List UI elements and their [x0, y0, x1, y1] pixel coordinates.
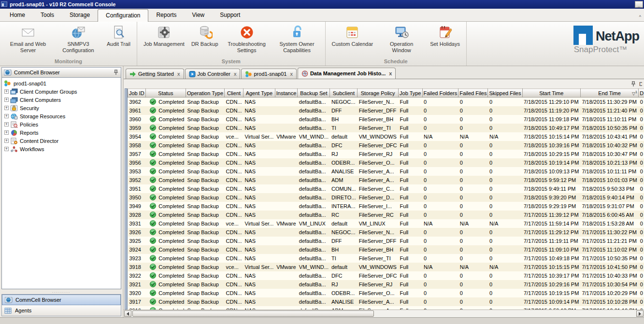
table-row[interactable]: 3926CompletedSnap BackupCDN...NASdefault…	[128, 228, 644, 237]
column-header-subclient[interactable]: Subclient	[330, 89, 358, 98]
minimize-button[interactable]: _	[635, 1, 643, 8]
column-header-failed-folders[interactable]: Failed Folders	[422, 89, 458, 98]
tree-item-storage-resources[interactable]: +Storage Resources	[3, 112, 121, 120]
cell: NAS	[243, 150, 275, 158]
column-header-start-time[interactable]: Start Time	[522, 89, 580, 98]
column-header-job-type[interactable]: Job Type	[399, 89, 422, 98]
expand-plus-icon[interactable]: +	[4, 130, 9, 135]
table-row[interactable]: 3953CompletedSnap BackupCDN...NASdefault…	[128, 167, 644, 176]
table-row[interactable]: 3918CompletedSnap Backupvce...Virtual Se…	[128, 263, 644, 271]
column-header-client[interactable]: Client	[225, 89, 243, 98]
ribbon-button-email-and-web-server[interactable]: Email and Web Server	[3, 23, 53, 54]
scroll-right-icon[interactable]	[636, 310, 644, 317]
column-header-end-time[interactable]: End Time▽1	[580, 89, 638, 98]
scrollbar-thumb[interactable]	[132, 310, 374, 317]
menu-item-reports[interactable]: Reports	[148, 9, 184, 21]
ribbon-button-operation-window[interactable]: Operation Window	[376, 23, 427, 54]
scroll-left-icon[interactable]	[124, 310, 131, 317]
table-row[interactable]: 3962CompletedSnap BackupCDN...NASdefault…	[128, 98, 644, 106]
table-row[interactable]: 3924CompletedSnap BackupCDN...NASdefault…	[128, 245, 644, 254]
column-header-skipped-files[interactable]: Skipped Files	[488, 89, 522, 98]
expand-plus-icon[interactable]: +	[4, 139, 9, 143]
table-row[interactable]: 3952CompletedSnap BackupCDN...NASdefault…	[128, 176, 644, 184]
table-row[interactable]: 3922CompletedSnap BackupCDN...NASdefault…	[128, 271, 644, 280]
tree-item-workflows[interactable]: +Workflows	[3, 145, 121, 153]
tab-prod1-snap01[interactable]: prod1-snap01x	[241, 69, 296, 79]
tree-item-security[interactable]: +Security	[3, 104, 121, 112]
tab-close-icon[interactable]: x	[290, 71, 293, 77]
column-header-status[interactable]: Status	[145, 89, 186, 98]
ribbon-button-audit-trail[interactable]: Audit Trail	[103, 23, 134, 47]
sidebar-splitter[interactable]: .........	[1, 289, 121, 294]
tree-item-label: prod1-snap01	[14, 81, 46, 86]
tree-item-reports[interactable]: +Reports	[3, 128, 121, 137]
ribbon-button-troubleshooting-settings[interactable]: Troubleshooting Settings	[222, 23, 272, 54]
ribbon-collapse-icon[interactable]: ^	[639, 14, 641, 19]
expand-plus-icon[interactable]: +	[4, 147, 9, 151]
column-header-backup-set[interactable]: Backup Set	[298, 89, 330, 98]
table-row[interactable]: 3961CompletedSnap BackupCDN...NASdefault…	[128, 106, 644, 115]
table-row[interactable]: 3958CompletedSnap BackupCDN...NASdefault…	[128, 141, 644, 150]
ribbon-button-custom-calendar[interactable]: Custom Calendar	[329, 23, 377, 47]
tab-close-icon[interactable]: x	[177, 71, 180, 77]
table-row[interactable]: 3917CompletedSnap BackupCDN...NASdefault…	[128, 297, 644, 306]
table-row[interactable]: 3951CompletedSnap BackupCDN...NASdefault…	[128, 184, 644, 193]
cell: Snap Backup	[186, 132, 225, 141]
sort-filter-icon[interactable]: ▽1	[632, 90, 637, 96]
table-row[interactable]: 3928CompletedSnap BackupCDN...NASdefault…	[128, 211, 644, 219]
table-row[interactable]: 3957CompletedSnap BackupCDN...NASdefault…	[128, 150, 644, 158]
menu-item-storage[interactable]: Storage	[62, 9, 98, 21]
tree-item-policies[interactable]: +Policies	[3, 120, 121, 128]
table-row[interactable]: 3950CompletedSnap BackupCDN...NASdefault…	[128, 193, 644, 202]
expand-plus-icon[interactable]: +	[4, 114, 9, 118]
ribbon-button-dr-backup[interactable]: DR Backup	[188, 23, 222, 47]
pin-icon[interactable]	[113, 70, 119, 75]
ribbon-button-system-owner-capabilities[interactable]: System Owner Capabilities	[272, 23, 322, 54]
expand-plus-icon[interactable]: +	[4, 122, 9, 127]
table-row[interactable]: 3925CompletedSnap BackupCDN...NASdefault…	[128, 237, 644, 245]
horizontal-scrollbar[interactable]	[124, 310, 644, 317]
column-header-failed-files[interactable]: Failed Files	[458, 89, 488, 98]
table-row[interactable]: 3931CompletedSnap Backupvce...Virtual Se…	[128, 219, 644, 228]
tab-getting-started[interactable]: Getting Startedx	[126, 69, 184, 79]
menu-item-configuration[interactable]: Configuration	[98, 9, 148, 22]
tree-item-content-director[interactable]: +Content Director	[3, 137, 121, 145]
table-row[interactable]: 3949CompletedSnap BackupCDN...NASdefault…	[128, 202, 644, 211]
tree-item-client-computer-groups[interactable]: +Client Computer Groups	[3, 87, 121, 96]
column-header-operation-type[interactable]: Operation Type	[186, 89, 225, 98]
pin-icon[interactable]	[630, 81, 636, 87]
table-row[interactable]: 3954CompletedSnap Backupvce...Virtual Se…	[128, 132, 644, 141]
table-row[interactable]: 3960CompletedSnap BackupCDN...NASdefault…	[128, 115, 644, 124]
sidebar-nav-agents[interactable]: Agents	[2, 305, 121, 316]
table-row[interactable]: 3916CompletedSnap BackupCDN...NASdefault…	[128, 306, 644, 310]
tab-close-icon[interactable]: x	[234, 71, 237, 77]
table-row[interactable]: 3956CompletedSnap BackupCDN...NASdefault…	[128, 158, 644, 167]
tab-close-icon[interactable]: x	[389, 70, 392, 76]
tab-data-management-job-histo[interactable]: Data Management Job Histo...x	[298, 68, 396, 79]
expand-plus-icon[interactable]: +	[4, 106, 9, 110]
expand-plus-icon[interactable]: +	[4, 98, 9, 102]
expand-plus-icon[interactable]: +	[4, 89, 9, 94]
tree-item-client-computers[interactable]: +Client Computers	[3, 96, 121, 104]
table-row[interactable]: 3920CompletedSnap BackupCDN...NASdefault…	[128, 289, 644, 297]
column-header-job-id[interactable]: Job ID	[128, 89, 146, 98]
sidebar-nav-commcell-browser[interactable]: CommCell Browser	[2, 295, 121, 305]
menu-item-support[interactable]: Support	[212, 9, 248, 21]
status-cell: Completed	[145, 158, 186, 167]
menu-item-view[interactable]: View	[184, 9, 212, 21]
table-row[interactable]: 3959CompletedSnap BackupCDN...NASdefault…	[128, 124, 644, 132]
tree-item-prod1-snap01[interactable]: prod1-snap01	[3, 79, 121, 87]
unlock-icon	[289, 25, 305, 40]
tab-job-controller[interactable]: Job Controllerx	[185, 69, 241, 79]
column-header-instance[interactable]: Instance	[275, 89, 298, 98]
ribbon-button-job-management[interactable]: Job Management	[140, 23, 188, 47]
column-header-agent-type[interactable]: Agent Type	[243, 89, 275, 98]
column-header-storage-policy[interactable]: Storage Policy	[358, 89, 399, 98]
column-header-d[interactable]: D	[639, 89, 644, 98]
menu-item-home[interactable]: Home	[2, 9, 33, 21]
table-row[interactable]: 3921CompletedSnap BackupCDN...NASdefault…	[128, 280, 644, 289]
ribbon-button-set-holidays[interactable]: Set Holidays	[427, 23, 463, 47]
table-row[interactable]: 3923CompletedSnap BackupCDN...NASdefault…	[128, 254, 644, 263]
ribbon-button-snmpv3-configuration[interactable]: SNMPV3 Configuration	[53, 23, 103, 54]
menu-item-tools[interactable]: Tools	[33, 9, 62, 21]
